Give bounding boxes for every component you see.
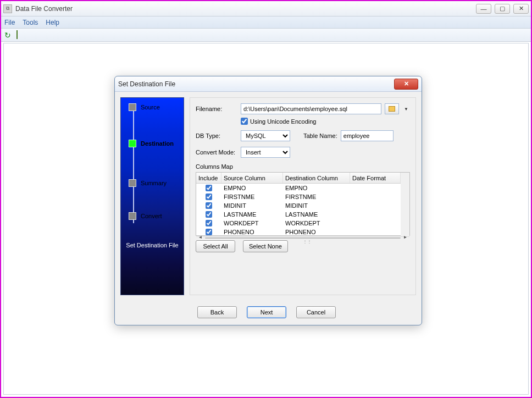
source-column-cell: FIRSTNME xyxy=(221,194,283,200)
col-header-include[interactable]: Include xyxy=(196,173,221,183)
dest-column-cell: WORKDEPT xyxy=(283,220,350,226)
dialog-title: Set Destination File xyxy=(118,80,175,88)
maximize-button[interactable]: ▢ xyxy=(495,4,510,14)
dialog-set-destination: Set Destination File ✕ Source Destinatio… xyxy=(114,76,422,325)
tablename-label: Table Name: xyxy=(303,132,337,139)
app-title: Data File Converter xyxy=(15,5,73,13)
grid-header: Include Source Column Destination Column… xyxy=(196,173,401,184)
grid-body[interactable]: EMPNOEMPNOFIRSTNMEFIRSTNMEMIDINITMIDINIT… xyxy=(196,184,401,236)
col-header-source[interactable]: Source Column xyxy=(221,173,283,183)
steps-caption: Set Destination File xyxy=(121,242,184,248)
menu-help[interactable]: Help xyxy=(46,19,59,26)
source-column-cell: PHONENO xyxy=(221,229,283,235)
include-checkbox[interactable] xyxy=(206,185,212,191)
include-checkbox[interactable] xyxy=(206,220,212,226)
grid-vertical-scrollbar[interactable] xyxy=(401,173,409,236)
include-checkbox[interactable] xyxy=(206,211,212,218)
minimize-button[interactable]: — xyxy=(476,4,491,14)
menu-file[interactable]: File xyxy=(4,19,15,26)
dbtype-select[interactable]: MySQL xyxy=(241,130,290,141)
dbtype-label: DB Type: xyxy=(196,132,237,139)
menubar: File Tools Help xyxy=(1,16,531,29)
filename-dropdown-icon[interactable]: ▼ xyxy=(402,103,410,114)
dest-column-cell: LASTNAME xyxy=(283,211,350,218)
convertmode-select[interactable]: Insert xyxy=(241,147,290,158)
filename-label: Filename: xyxy=(196,106,237,112)
step-connector-line xyxy=(133,106,134,223)
table-row[interactable]: WORKDEPTWORKDEPT xyxy=(196,219,401,228)
source-column-cell: LASTNAME xyxy=(221,211,283,218)
col-header-dest[interactable]: Destination Column xyxy=(283,173,350,183)
col-header-datefmt[interactable]: Date Format xyxy=(350,173,401,183)
close-button[interactable]: ✕ xyxy=(513,4,529,14)
dest-column-cell: MIDINIT xyxy=(283,202,350,209)
include-checkbox[interactable] xyxy=(206,202,212,209)
unicode-checkbox[interactable] xyxy=(241,118,248,125)
grid-icon[interactable] xyxy=(29,31,37,40)
columnsmap-label: Columns Map xyxy=(196,163,410,170)
dest-column-cell: PHONENO xyxy=(283,229,350,235)
step-convert[interactable]: Convert xyxy=(129,212,182,220)
columns-grid: Include Source Column Destination Column… xyxy=(196,172,410,236)
open-icon[interactable] xyxy=(16,31,25,40)
toolbar: ↻ xyxy=(1,29,531,42)
table-row[interactable]: EMPNOEMPNO xyxy=(196,184,401,192)
include-checkbox[interactable] xyxy=(206,194,212,200)
source-column-cell: MIDINIT xyxy=(221,202,283,209)
browse-button[interactable] xyxy=(385,103,399,114)
app-icon: ⧉ xyxy=(3,4,12,13)
filename-input[interactable] xyxy=(241,103,381,114)
convertmode-label: Convert Mode: xyxy=(196,149,237,156)
main-titlebar: ⧉ Data File Converter — ▢ ✕ xyxy=(1,1,531,16)
tablename-input[interactable] xyxy=(341,130,394,141)
step-source[interactable]: Source xyxy=(129,103,182,111)
unicode-label: Using Unicode Encoding xyxy=(250,118,316,125)
wizard-steps-panel: Source Destination Summary Convert Set D… xyxy=(120,97,184,295)
cancel-button[interactable]: Cancel xyxy=(296,306,336,318)
table-row[interactable]: PHONENOPHONENO xyxy=(196,228,401,236)
grid-horizontal-scrollbar[interactable]: ◄ ⋮⋮ ► xyxy=(196,236,409,237)
form-panel: Filename: ▼ Using Unicode Encoding DB Ty… xyxy=(190,97,416,295)
dest-column-cell: FIRSTNME xyxy=(283,194,350,200)
folder-icon xyxy=(389,106,395,112)
table-row[interactable]: FIRSTNMEFIRSTNME xyxy=(196,192,401,201)
scroll-thumb[interactable] xyxy=(205,237,401,239)
scroll-tick-icon: ⋮⋮ xyxy=(303,239,312,244)
dialog-close-button[interactable]: ✕ xyxy=(394,79,418,90)
table-row[interactable]: LASTNAMELASTNAME xyxy=(196,210,401,219)
source-column-cell: WORKDEPT xyxy=(221,220,283,226)
next-button[interactable]: Next xyxy=(247,306,286,318)
include-checkbox[interactable] xyxy=(206,229,212,235)
refresh-icon[interactable]: ↻ xyxy=(4,31,13,40)
back-button[interactable]: Back xyxy=(197,306,237,318)
source-column-cell: EMPNO xyxy=(221,185,283,191)
select-all-button[interactable]: Select All xyxy=(196,240,235,252)
step-summary[interactable]: Summary xyxy=(129,179,182,187)
select-none-button[interactable]: Select None xyxy=(243,240,288,252)
menu-tools[interactable]: Tools xyxy=(23,19,38,26)
dest-column-cell: EMPNO xyxy=(283,185,350,191)
dialog-titlebar[interactable]: Set Destination File ✕ xyxy=(115,76,422,92)
step-destination[interactable]: Destination xyxy=(129,140,182,147)
table-row[interactable]: MIDINITMIDINIT xyxy=(196,201,401,210)
